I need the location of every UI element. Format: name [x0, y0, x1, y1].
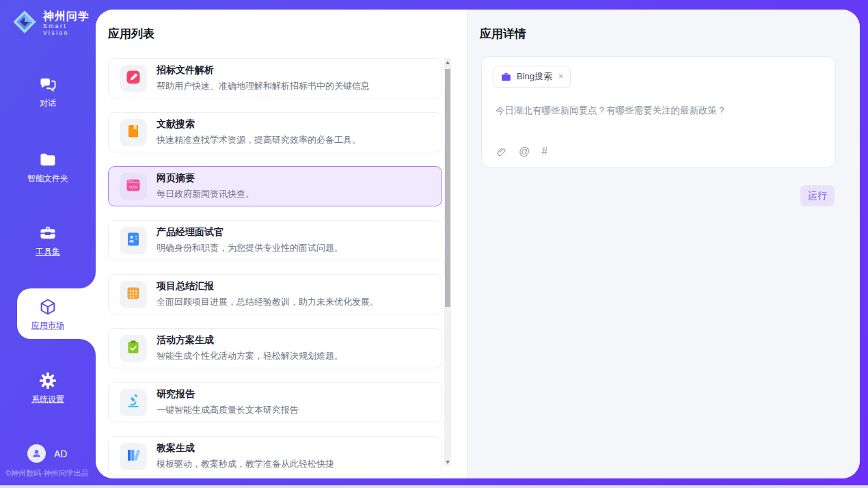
- app-icon-tile: [120, 281, 147, 308]
- svg-text:</>: </>: [129, 184, 138, 189]
- web-icon: </>: [125, 177, 141, 196]
- hash-icon[interactable]: #: [541, 146, 547, 158]
- attachment-toolbar: @ #: [496, 146, 547, 158]
- app-card-title: 项目总结汇报: [157, 280, 379, 293]
- scrollbar-thumb[interactable]: [445, 69, 450, 307]
- app-card-1[interactable]: 文献搜索快速精准查找学术资源，提高研究效率的必备工具。: [108, 112, 442, 152]
- app-card-desc: 快速精准查找学术资源，提高研究效率的必备工具。: [157, 134, 361, 146]
- app-card-list: 招标文件解析帮助用户快速、准确地理解和解析招标书中的关键信息文献搜索快速精准查找…: [108, 58, 442, 478]
- active-tab-notch-bottom: [79, 339, 96, 355]
- run-button[interactable]: 运行: [800, 185, 835, 206]
- app-icon-tile: [120, 227, 147, 254]
- folder-icon: [0, 150, 96, 170]
- tool-tag-remove-icon[interactable]: ×: [558, 72, 563, 81]
- cube-icon: [0, 297, 96, 316]
- brand: 神州问学 Smart Vision: [12, 9, 96, 38]
- bid-doc-icon: [125, 69, 141, 88]
- main-content: 应用列表 招标文件解析帮助用户快速、准确地理解和解析招标书中的关键信息文献搜索快…: [96, 10, 860, 478]
- person-icon: [31, 448, 42, 459]
- scroll-up-icon[interactable]: [444, 58, 451, 66]
- app-card-3[interactable]: 产品经理面试官明确身份和职责，为您提供专业性的面试问题。: [108, 220, 442, 260]
- app-card-title: 网页摘要: [157, 172, 254, 185]
- research-icon: [125, 393, 141, 412]
- briefcase-icon: [500, 71, 512, 83]
- mention-icon[interactable]: @: [519, 146, 530, 158]
- app-card-7[interactable]: 教案生成模板驱动，教案秒成，教学准备从此轻松快捷: [108, 436, 442, 476]
- sidebar-item-label: 智能文件夹: [0, 173, 96, 185]
- app-card-desc: 帮助用户快速、准确地理解和解析招标书中的关键信息: [157, 80, 370, 92]
- scrollbar[interactable]: [444, 58, 451, 466]
- app-card-title: 活动方案生成: [157, 334, 343, 347]
- app-icon-tile: [120, 65, 147, 92]
- app-card-title: 研究报告: [157, 388, 299, 401]
- app-card-6[interactable]: 研究报告一键智能生成高质量长文本研究报告: [108, 382, 442, 422]
- sidebar-item-label: 应用市场: [0, 320, 96, 331]
- paperclip-icon[interactable]: [496, 146, 507, 158]
- lesson-icon: [125, 447, 141, 466]
- active-tab-notch-top: [79, 272, 96, 288]
- interview-icon: [125, 231, 141, 250]
- tool-tag-label: Bing搜索: [517, 70, 552, 83]
- app-icon-tile: [120, 119, 147, 146]
- sidebar-item-3[interactable]: 应用市场: [0, 297, 96, 331]
- sidebar-item-4[interactable]: 系统设置: [0, 371, 96, 405]
- gear-icon: [0, 371, 96, 390]
- query-text[interactable]: 今日湖北有哪些新闻要点？有哪些需要关注的最新政策？: [496, 105, 727, 117]
- diamond-logo-icon: [12, 9, 38, 38]
- app-list-panel: 应用列表 招标文件解析帮助用户快速、准确地理解和解析招标书中的关键信息文献搜索快…: [96, 10, 467, 478]
- prompt-input-card[interactable]: Bing搜索 × 今日湖北有哪些新闻要点？有哪些需要关注的最新政策？ @ #: [481, 56, 836, 168]
- app-icon-tile: </>: [120, 173, 147, 200]
- app-card-5[interactable]: 活动方案生成智能生成个性化活动方案，轻松解决规划难题。: [108, 328, 442, 368]
- copyright-text: ©神州数码·神州问学出品: [5, 468, 89, 478]
- user-row[interactable]: AD: [27, 444, 67, 463]
- app-card-desc: 模板驱动，教案秒成，教学准备从此轻松快捷: [157, 458, 334, 470]
- bottom-edge-strip: [0, 485, 868, 488]
- app-card-title: 招标文件解析: [157, 64, 370, 77]
- app-detail-panel: 应用详情 Bing搜索 × 今日湖北有哪些新闻要点？有哪些需要关注的最新政策？ …: [467, 10, 860, 478]
- app-detail-title: 应用详情: [480, 26, 526, 42]
- brand-subtitle: Smart Vision: [43, 23, 96, 36]
- app-card-desc: 每日政府新闻资讯快查。: [157, 188, 254, 200]
- brand-name: 神州问学: [43, 10, 96, 23]
- sidebar-item-label: 工具集: [0, 246, 96, 258]
- summary-icon: [125, 285, 141, 304]
- app-icon-tile: [120, 389, 147, 416]
- app-card-desc: 智能生成个性化活动方案，轻松解决规划难题。: [157, 350, 343, 362]
- app-card-title: 文献搜索: [157, 118, 361, 131]
- chat-icon: [0, 75, 96, 94]
- app-icon-tile: [120, 443, 147, 470]
- app-card-title: 教案生成: [157, 442, 334, 455]
- activity-icon: [125, 339, 141, 358]
- app-icon-tile: [120, 335, 147, 362]
- tool-tag-bing-search[interactable]: Bing搜索 ×: [493, 66, 571, 87]
- app-card-4[interactable]: 项目总结汇报全面回顾项目进展，总结经验教训，助力未来优化发展。: [108, 274, 442, 314]
- app-card-desc: 一键智能生成高质量长文本研究报告: [157, 404, 299, 416]
- toolbox-icon: [0, 223, 96, 243]
- user-initials: AD: [54, 448, 67, 459]
- sidebar-item-0[interactable]: 对话: [0, 75, 96, 109]
- sidebar-item-2[interactable]: 工具集: [0, 223, 96, 258]
- app-card-desc: 明确身份和职责，为您提供专业性的面试问题。: [157, 242, 343, 254]
- app-list-title: 应用列表: [108, 26, 154, 42]
- app-card-0[interactable]: 招标文件解析帮助用户快速、准确地理解和解析招标书中的关键信息: [108, 58, 442, 98]
- app-card-title: 产品经理面试官: [157, 226, 343, 239]
- avatar[interactable]: [27, 444, 46, 463]
- scroll-down-icon[interactable]: [444, 458, 451, 466]
- app-card-desc: 全面回顾项目进展，总结经验教训，助力未来优化发展。: [157, 296, 379, 308]
- sidebar: 神州问学 Smart Vision 对话智能文件夹工具集应用市场系统设置 AD …: [0, 0, 96, 485]
- app-card-2[interactable]: </>网页摘要每日政府新闻资讯快查。: [108, 166, 442, 206]
- sidebar-item-label: 系统设置: [0, 394, 96, 405]
- literature-icon: [125, 123, 141, 142]
- sidebar-item-label: 对话: [0, 98, 96, 109]
- sidebar-item-1[interactable]: 智能文件夹: [0, 150, 96, 185]
